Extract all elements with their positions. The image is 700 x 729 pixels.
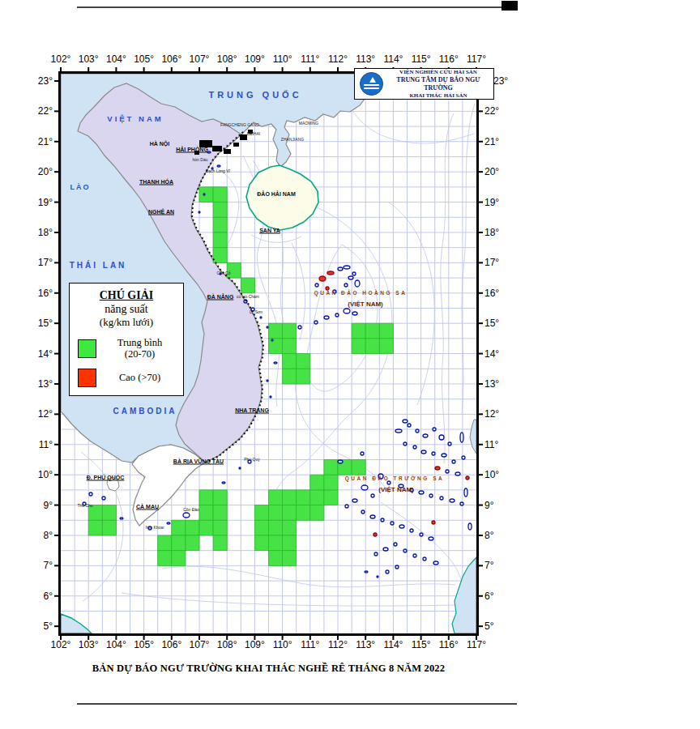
lat-tick-label: 21° bbox=[484, 136, 499, 147]
lat-tick-label: 7° bbox=[44, 560, 53, 571]
green-cell bbox=[241, 278, 254, 293]
island-marker-blue bbox=[408, 424, 411, 427]
institute-logo-icon bbox=[360, 72, 383, 96]
place-label: NHA TRANG bbox=[235, 407, 269, 413]
small-place-label: hòn Khoai bbox=[146, 525, 164, 530]
island-marker-blue bbox=[345, 505, 348, 508]
country-label: LÀO bbox=[70, 183, 91, 191]
green-cell bbox=[352, 459, 365, 475]
green-cell bbox=[310, 475, 324, 490]
green-cell bbox=[324, 490, 338, 505]
lat-tick-label: 6° bbox=[484, 590, 493, 602]
green-cell bbox=[269, 323, 283, 339]
lon-tick-label: 107° bbox=[190, 639, 210, 650]
island-marker-blue bbox=[399, 525, 404, 528]
island-marker-blue bbox=[315, 284, 318, 287]
lat-tick-label: 19° bbox=[484, 197, 499, 208]
green-cell bbox=[269, 520, 283, 535]
island-marker-red bbox=[432, 521, 435, 524]
island-marker-blue bbox=[423, 557, 426, 561]
lat-tick-label: 13° bbox=[38, 378, 53, 390]
legend-item-medium: Trung bình(20-70) bbox=[78, 337, 183, 360]
island-marker-blue bbox=[344, 284, 348, 287]
place-label: SAN YA bbox=[259, 228, 280, 233]
island-marker-blue bbox=[413, 554, 416, 557]
lat-tick-label: 8° bbox=[44, 530, 53, 541]
place-label: Đ. PHÚ QUỐC bbox=[87, 475, 125, 480]
island-marker-blue bbox=[395, 565, 399, 569]
place-label: ĐẢO HẢI NAM bbox=[257, 191, 295, 197]
island-marker-blue bbox=[432, 452, 435, 455]
small-place-label: FANGCHENG GANG bbox=[220, 122, 259, 127]
green-cell bbox=[283, 520, 297, 535]
island-marker-blue bbox=[335, 313, 339, 317]
lon-tick-label: 104° bbox=[106, 639, 126, 650]
green-cell bbox=[310, 490, 324, 505]
island-marker-blue bbox=[460, 433, 463, 442]
island-marker-blue bbox=[267, 380, 268, 382]
lat-tick-label: 9° bbox=[44, 500, 53, 511]
lon-tick-label: 102° bbox=[51, 53, 71, 65]
island-marker-red bbox=[466, 476, 469, 480]
island-marker-blue bbox=[429, 494, 433, 497]
green-cell bbox=[283, 339, 297, 354]
country-label: THÁI LAN bbox=[70, 261, 127, 270]
island-marker-blue bbox=[403, 442, 407, 446]
small-place-label: cù lao Chàm bbox=[237, 294, 259, 299]
lat-tick-label: 10° bbox=[484, 469, 499, 480]
island-marker-blue bbox=[314, 321, 318, 324]
legend-subtitle: năng suất bbox=[70, 303, 183, 316]
island-marker-blue bbox=[419, 491, 424, 494]
island-marker-blue bbox=[361, 485, 368, 490]
lat-tick-label: 6° bbox=[44, 590, 53, 602]
lat-tick-label: 8° bbox=[484, 530, 493, 541]
legend-title: CHÚ GIẢI bbox=[70, 289, 183, 302]
island-marker-blue bbox=[102, 497, 105, 500]
legend-label-high: Cao (>70) bbox=[96, 372, 183, 383]
fishing-forecast-map-page: { "header_box": { "logo": "fisheries-res… bbox=[0, 0, 700, 729]
country-label: CAMBODIA bbox=[113, 407, 177, 416]
lat-tick-label: 12° bbox=[38, 408, 53, 420]
green-cell bbox=[269, 490, 283, 505]
island-marker-blue bbox=[338, 267, 343, 271]
small-place-label: Cồn Cỏ bbox=[217, 271, 231, 275]
lat-tick-label: 14° bbox=[38, 348, 53, 360]
island-marker-blue bbox=[365, 571, 368, 573]
island-marker-blue bbox=[370, 515, 375, 518]
lat-tick-label: 7° bbox=[484, 560, 493, 571]
map-main-title: BẢN DỰ BÁO NGƯ TRƯỜNG KHAI THÁC NGHỀ RÊ … bbox=[61, 663, 476, 675]
island-marker-blue bbox=[352, 499, 357, 502]
lat-tick-label: 17° bbox=[484, 257, 499, 268]
green-cell bbox=[213, 535, 227, 551]
lat-tick-label: 5° bbox=[44, 620, 53, 632]
island-marker-blue bbox=[442, 454, 446, 457]
green-cell bbox=[352, 323, 365, 339]
island-marker-blue bbox=[355, 280, 360, 287]
island-marker-blue bbox=[433, 561, 438, 565]
green-cell bbox=[102, 505, 116, 521]
island-marker-blue bbox=[462, 456, 465, 459]
green-cell bbox=[199, 520, 213, 535]
lon-tick-label: 108° bbox=[217, 53, 237, 65]
island-marker-blue bbox=[403, 549, 407, 552]
island-marker-blue bbox=[403, 420, 408, 423]
lat-tick-label: 16° bbox=[38, 288, 53, 299]
archipelago-sublabel: (VIỆT NAM) bbox=[378, 486, 414, 493]
island-marker-blue bbox=[416, 429, 419, 433]
island-marker-blue bbox=[448, 442, 451, 446]
green-cell bbox=[283, 323, 297, 339]
lat-tick-label: 10° bbox=[38, 469, 53, 480]
place-label: HÀ NỘI bbox=[150, 141, 170, 147]
green-cell bbox=[199, 505, 213, 521]
island-marker-blue bbox=[439, 435, 444, 440]
island-marker-blue bbox=[446, 470, 449, 473]
island-marker-blue bbox=[377, 576, 378, 578]
island-marker-blue bbox=[383, 548, 388, 551]
lat-tick-label: 18° bbox=[38, 227, 53, 238]
green-cell bbox=[379, 339, 393, 354]
island-marker-blue bbox=[203, 194, 205, 195]
island-marker-blue bbox=[394, 543, 397, 546]
green-cell bbox=[269, 339, 283, 354]
green-cell bbox=[324, 475, 338, 490]
island-marker-blue bbox=[440, 497, 443, 500]
